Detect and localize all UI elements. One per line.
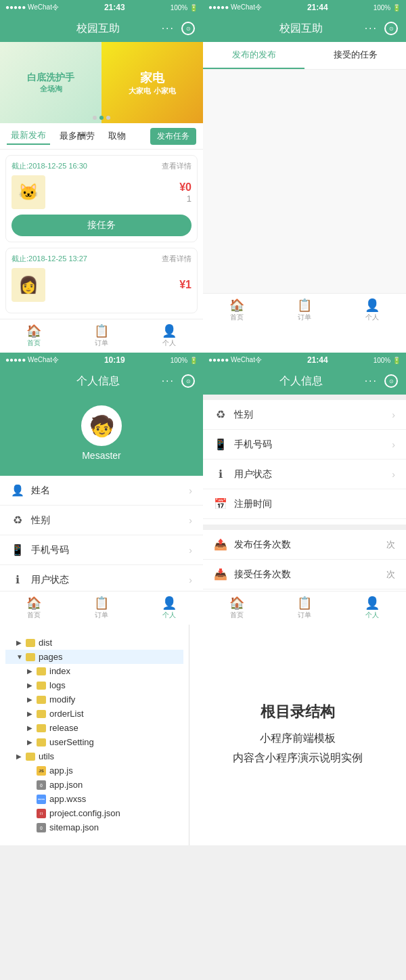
nav-person-label-1: 个人 (162, 338, 176, 348)
d-accept-label: 接受任务次数 (234, 569, 291, 581)
menu-gender[interactable]: ♻ 性别 › (0, 506, 203, 535)
app-title-1: 校园互助 (76, 22, 120, 36)
tree-appwxss[interactable]: ▶ wxss app.wxss (5, 792, 183, 806)
circle-icon-4[interactable]: ⊙ (384, 374, 398, 388)
folder-usersetting-icon (37, 738, 46, 747)
d-regtime-label: 注册时间 (234, 498, 272, 510)
nav-order-3[interactable]: 📋 订单 (68, 592, 135, 625)
nav-person-label-2: 个人 (365, 313, 379, 322)
arrow-release: ▶ (27, 724, 34, 732)
tree-orderlist[interactable]: ▶ orderList (5, 707, 183, 721)
sub-line2: 内容含小程序演示说明实例 (233, 752, 363, 763)
nav-home-2[interactable]: 🏠 首页 (203, 294, 271, 327)
wxss-icon: wxss (37, 795, 46, 804)
nav-home-3[interactable]: 🏠 首页 (0, 592, 68, 625)
nav-person-3[interactable]: 👤 个人 (135, 592, 203, 625)
d-publish-label: 发布任务次数 (234, 539, 291, 551)
spacer-4 (203, 395, 406, 400)
d-status-label: 用户状态 (234, 468, 272, 481)
tree-logs[interactable]: ▶ logs (5, 678, 183, 692)
detail-status[interactable]: ℹ 用户状态 › (203, 460, 406, 489)
circle-icon-2[interactable]: ⊙ (384, 22, 398, 35)
nav-order-1[interactable]: 📋 订单 (68, 319, 135, 353)
tab-reward[interactable]: 最多酬劳 (55, 128, 99, 144)
pages-label: pages (39, 652, 62, 662)
dots-icon-4[interactable]: ··· (365, 375, 378, 387)
d-gender-label: 性别 (234, 409, 253, 421)
nav-person-2[interactable]: 👤 个人 (338, 294, 406, 327)
order-icon-4: 📋 (297, 597, 312, 609)
dots-icon-3[interactable]: ··· (162, 375, 175, 387)
menu-phone[interactable]: 📱 手机号码 › (0, 535, 203, 565)
nav-home-4[interactable]: 🏠 首页 (203, 592, 271, 625)
task-detail-1[interactable]: 查看详情 (162, 161, 191, 171)
task-detail-2[interactable]: 查看详情 (162, 254, 191, 264)
banner-left: 白底洗护手 全场淘 (0, 42, 102, 123)
nav-person-1[interactable]: 👤 个人 (135, 319, 203, 353)
tree-dist[interactable]: ▶ dist (5, 636, 183, 650)
dots-icon-2[interactable]: ··· (365, 22, 378, 35)
menu-name[interactable]: 👤 姓名 › (0, 476, 203, 506)
tree-projectconfig[interactable]: ▶ {·} project.config.json (5, 806, 183, 820)
tab-pickup[interactable]: 取物 (104, 128, 130, 144)
task-price-2: ¥1 (179, 279, 191, 291)
utils-label: utils (39, 751, 54, 761)
circle-icon-1[interactable]: ⊙ (181, 22, 195, 35)
header-icons-1: ··· ⊙ (162, 22, 195, 35)
profile-header: 🧒 Mesaster (0, 395, 203, 476)
tree-usersetting[interactable]: ▶ userSetting (5, 735, 183, 749)
arrow-pages: ▼ (16, 653, 23, 661)
detail-gender[interactable]: ♻ 性别 › (203, 400, 406, 430)
tree-modify[interactable]: ▶ modify (5, 692, 183, 707)
btn-publish-task[interactable]: 发布任务 (150, 128, 196, 145)
logs-label: logs (49, 680, 66, 690)
detail-phone[interactable]: 📱 手机号码 › (203, 430, 406, 460)
tree-utils[interactable]: ▶ utils (5, 749, 183, 763)
appwxss-label: app.wxss (49, 794, 86, 804)
nav-order-4[interactable]: 📋 订单 (271, 592, 338, 625)
tree-sitemap[interactable]: ▶ {} sitemap.json (5, 820, 183, 834)
phone-label: 手机号码 (31, 544, 69, 556)
nav-home-label-1: 首页 (27, 338, 41, 348)
d-phone-label: 手机号码 (234, 439, 272, 451)
nav-person-4[interactable]: 👤 个人 (338, 592, 406, 625)
bottom-nav-4: 🏠 首页 📋 订单 👤 个人 (203, 591, 406, 625)
accept-btn-1[interactable]: 接任务 (12, 215, 191, 236)
arrow-modify: ▶ (27, 696, 34, 703)
person-icon-4: 👤 (365, 597, 380, 609)
arrow-usersetting: ▶ (27, 738, 34, 746)
tree-appjson[interactable]: ▶ {} app.json (5, 778, 183, 792)
d-gender-chevron: › (392, 409, 395, 420)
task-count-1: 1 (179, 194, 191, 204)
sitemap-icon: {} (37, 823, 46, 832)
d-accept-icon: 📥 (214, 568, 227, 581)
nav-home-1[interactable]: 🏠 首页 (0, 319, 68, 353)
circle-icon-3[interactable]: ⊙ (181, 374, 195, 388)
tab-published[interactable]: 发布的发布 (203, 42, 304, 69)
folder-orderlist-icon (37, 710, 46, 718)
dots-icon-1[interactable]: ··· (162, 22, 175, 35)
tree-pages[interactable]: ▼ pages (5, 650, 183, 664)
nav-order-2[interactable]: 📋 订单 (271, 294, 338, 327)
battery-1: 100% 🔋 (171, 4, 198, 12)
folder-logs-icon (37, 682, 46, 690)
tree-appjs[interactable]: ▶ JS app.js (5, 763, 183, 778)
tab-accepted[interactable]: 接受的任务 (304, 42, 406, 69)
app-title-2: 校园互助 (279, 22, 323, 36)
arrow-utils: ▶ (16, 753, 23, 760)
tab-latest[interactable]: 最新发布 (7, 127, 50, 145)
d-gender-icon: ♻ (214, 408, 227, 421)
app-title-3: 个人信息 (76, 374, 120, 388)
task-image-1: 🐱 (12, 175, 45, 209)
projectconfig-label: project.config.json (49, 808, 120, 818)
file-tree-section: ▶ dist ▼ pages ▶ index ▶ logs ▶ modify ▶ (0, 625, 406, 845)
d-phone-chevron: › (392, 439, 395, 450)
home-icon-3: 🏠 (26, 597, 41, 609)
tree-index[interactable]: ▶ index (5, 664, 183, 678)
order-icon-3: 📋 (94, 597, 109, 609)
folder-utils-icon (26, 753, 35, 761)
task-deadline-2: 截止:2018-12-25 13:27 (12, 254, 87, 264)
tree-release[interactable]: ▶ release (5, 721, 183, 735)
phone-3: ●●●●● WeChat令 10:19 100% 🔋 个人信息 ··· ⊙ 🧒 … (0, 353, 203, 625)
order-icon-2: 📋 (297, 299, 312, 311)
